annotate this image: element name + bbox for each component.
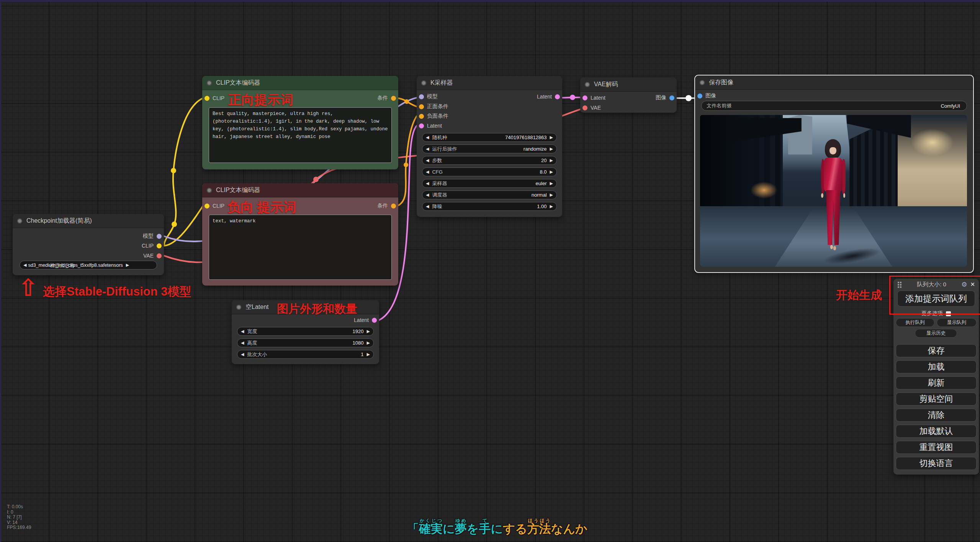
decrement-arrow-icon[interactable]: ◀ [426, 204, 429, 209]
node-title-bar[interactable]: CLIP文本编码器 [202, 76, 398, 90]
port-dot-icon[interactable] [391, 96, 396, 101]
decrement-arrow-icon[interactable]: ◀ [241, 352, 244, 356]
filename-prefix-widget[interactable]: 文件名前缀 ComfyUI [701, 101, 967, 111]
reroute-dot[interactable] [404, 99, 409, 104]
output-port-latent[interactable]: Latent [537, 92, 560, 101]
widget-batch-size[interactable]: ◀ 批次大小 1 ▶ [237, 350, 374, 359]
input-port-positive[interactable]: 正面条件 [419, 102, 448, 111]
port-dot-icon[interactable] [205, 204, 209, 209]
port-dot-icon[interactable] [419, 114, 424, 119]
increment-arrow-icon[interactable]: ▶ [367, 341, 370, 345]
save-button[interactable]: 保存 [896, 344, 977, 357]
output-port-image[interactable]: 图像 [656, 94, 674, 102]
run-queue-button[interactable]: 执行队列 [896, 318, 934, 327]
increment-arrow-icon[interactable]: ▶ [367, 352, 370, 356]
load-button[interactable]: 加载 [896, 360, 977, 373]
show-history-button[interactable]: 显示历史 [915, 329, 957, 338]
node-empty-latent[interactable]: 空Latent 图片外形和数量 Latent ◀ 宽度 1920 ▶ ◀ 高度 … [232, 300, 379, 364]
negative-prompt-textarea[interactable]: text, watermark [209, 215, 392, 280]
collapse-dot-icon[interactable] [585, 82, 590, 87]
widget-scheduler[interactable]: ◀ 调度器 normal ▶ [422, 191, 557, 199]
positive-prompt-textarea[interactable]: Best quality, masterpiece, ultra high re… [209, 107, 392, 163]
decrement-arrow-icon[interactable]: ◀ [241, 341, 244, 345]
port-dot-icon[interactable] [582, 105, 587, 110]
input-port-latent[interactable]: Latent [419, 122, 442, 130]
ckpt-name-widget[interactable]: ◀ sd3_medium_incl_clips_t5xxlfp8.safeten… [20, 261, 157, 269]
port-dot-icon[interactable] [157, 234, 162, 239]
collapse-dot-icon[interactable] [236, 305, 241, 310]
more-options-checkbox[interactable] [946, 311, 951, 316]
widget-seed[interactable]: ◀ 随机种 740197618812863 ▶ [422, 133, 557, 142]
node-clip-positive[interactable]: CLIP文本编码器 CLIP 条件 正向提示词 Best quality, ma… [202, 76, 398, 169]
collapse-dot-icon[interactable] [17, 218, 22, 223]
input-port-vae[interactable]: VAE [582, 103, 601, 112]
output-port-vae[interactable]: VAE [143, 251, 162, 260]
queue-prompt-button[interactable]: 添加提示词队列 [897, 291, 975, 307]
node-checkpoint-loader[interactable]: Checkpoint加载器(简易) 模型 CLIP VAE ◀ sd3_medi… [13, 214, 164, 275]
widget-sampler[interactable]: ◀ 采样器 euler ▶ [422, 179, 557, 188]
increment-arrow-icon[interactable]: ▶ [126, 263, 129, 267]
increment-arrow-icon[interactable]: ▶ [367, 329, 370, 333]
decrement-arrow-icon[interactable]: ◀ [426, 181, 429, 186]
show-queue-button[interactable]: 显示队列 [937, 318, 977, 327]
refresh-button[interactable]: 刷新 [896, 376, 977, 389]
input-port-latent[interactable]: Latent [582, 94, 605, 102]
clipspace-button[interactable]: 剪贴空间 [896, 393, 977, 406]
port-dot-icon[interactable] [205, 96, 209, 101]
output-port-latent[interactable]: Latent [354, 316, 377, 324]
increment-arrow-icon[interactable]: ▶ [550, 158, 553, 163]
input-port-negative[interactable]: 负面条件 [419, 112, 448, 120]
port-dot-icon[interactable] [419, 104, 424, 109]
widget-denoise[interactable]: ◀ 降噪 1.00 ▶ [422, 202, 557, 211]
port-dot-icon[interactable] [555, 94, 560, 99]
output-port-model[interactable]: 模型 [143, 232, 162, 240]
more-options-row[interactable]: 更多选项 [893, 310, 979, 317]
node-ksampler[interactable]: K采样器 模型 正面条件 负面条件 Latent Latent ◀ 随机种 74… [417, 76, 562, 217]
port-dot-icon[interactable] [669, 95, 674, 100]
port-dot-icon[interactable] [697, 94, 702, 99]
widget-height[interactable]: ◀ 高度 1080 ▶ [237, 338, 374, 347]
decrement-arrow-icon[interactable]: ◀ [426, 170, 429, 174]
reroute-dot[interactable] [313, 177, 319, 182]
decrement-arrow-icon[interactable]: ◀ [241, 329, 244, 333]
collapse-dot-icon[interactable] [421, 80, 426, 85]
output-port-cond[interactable]: 条件 [377, 202, 396, 210]
comfyui-canvas[interactable]: Checkpoint加载器(简易) 模型 CLIP VAE ◀ sd3_medi… [0, 0, 980, 542]
reroute-dot[interactable] [171, 168, 176, 173]
port-dot-icon[interactable] [391, 204, 396, 209]
input-port-clip[interactable]: CLIP [205, 94, 224, 102]
increment-arrow-icon[interactable]: ▶ [550, 193, 553, 197]
settings-gear-icon[interactable]: ⚙ [961, 281, 967, 289]
increment-arrow-icon[interactable]: ▶ [550, 204, 553, 209]
port-dot-icon[interactable] [582, 95, 587, 100]
node-title-bar[interactable]: CLIP文本编码器 [202, 183, 398, 197]
port-dot-icon[interactable] [157, 253, 162, 258]
decrement-arrow-icon[interactable]: ◀ [426, 147, 429, 151]
increment-arrow-icon[interactable]: ▶ [550, 170, 553, 174]
node-vae-decode[interactable]: VAE解码 Latent VAE 图像 [580, 77, 677, 113]
close-icon[interactable]: ✕ [970, 281, 975, 288]
widget-width[interactable]: ◀ 宽度 1920 ▶ [237, 327, 374, 336]
output-port-clip[interactable]: CLIP [142, 241, 162, 250]
decrement-arrow-icon[interactable]: ◀ [23, 263, 26, 267]
comfyui-menu-panel[interactable]: 队列大小: 0 ⚙ ✕ 添加提示词队列 更多选项 执行队列 显示队列 显示历史 … [893, 279, 979, 475]
decrement-arrow-icon[interactable]: ◀ [426, 158, 429, 163]
output-port-cond[interactable]: 条件 [377, 94, 396, 102]
port-dot-icon[interactable] [157, 243, 162, 248]
collapse-dot-icon[interactable] [207, 188, 212, 193]
reroute-dot[interactable] [404, 163, 408, 167]
port-dot-icon[interactable] [419, 123, 424, 128]
reroute-dot[interactable] [570, 95, 575, 100]
node-clip-negative[interactable]: CLIP文本编码器 CLIP 条件 负向 提示词 text, watermark [202, 183, 398, 286]
collapse-dot-icon[interactable] [700, 80, 705, 85]
widget-cfg[interactable]: ◀ CFG 8.0 ▶ [422, 168, 557, 176]
input-port-image[interactable]: 图像 [697, 92, 716, 100]
node-save-image[interactable]: 保存图像 图像 文件名前缀 ComfyUI [695, 76, 973, 272]
switch-language-button[interactable]: 切换语言 [896, 457, 977, 470]
drag-handle-icon[interactable] [897, 281, 902, 288]
widget-after-generate[interactable]: ◀ 运行后操作 randomize ▶ [422, 145, 557, 153]
collapse-dot-icon[interactable] [207, 80, 212, 85]
clear-button[interactable]: 清除 [896, 409, 977, 422]
node-title-bar[interactable]: Checkpoint加载器(简易) [13, 214, 164, 228]
port-dot-icon[interactable] [372, 318, 377, 323]
